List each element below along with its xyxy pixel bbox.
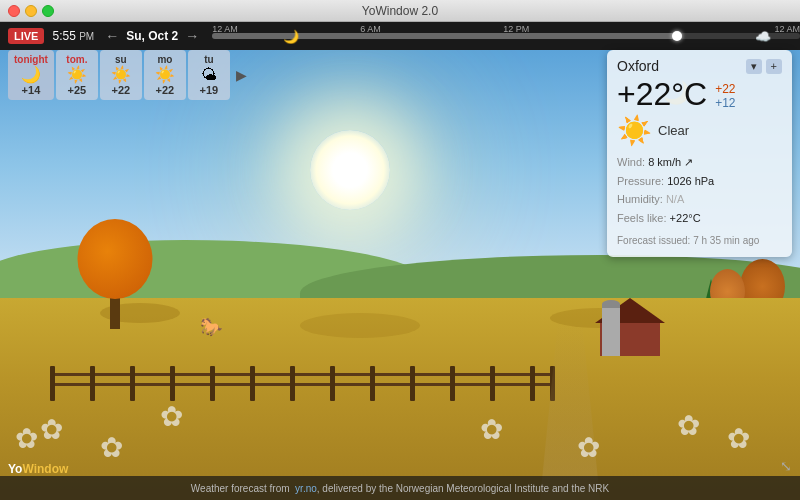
fence-post <box>490 366 495 401</box>
minimize-button[interactable] <box>25 5 37 17</box>
tree-canopy <box>78 219 153 299</box>
dandelion-plant: ✿ <box>727 422 750 455</box>
condition-sun-icon: ☀️ <box>617 114 652 147</box>
logo-yo: Yo <box>8 462 22 476</box>
forecast-day-tu[interactable]: tu 🌤 +19 <box>188 50 230 100</box>
panel-actions: ▾ + <box>746 59 782 74</box>
location-name: Oxford <box>617 58 659 74</box>
nav-back-button[interactable]: ← <box>102 28 122 44</box>
forecast-day-mo[interactable]: mo ☀️ +22 <box>144 50 186 100</box>
condition-row: ☀️ Clear <box>617 114 782 147</box>
barn-silo-top <box>602 300 620 308</box>
barn-silo <box>602 306 620 356</box>
forecast-icon-2: ☀️ <box>106 65 136 84</box>
traffic-lights <box>8 5 54 17</box>
ampm-label: PM <box>79 31 94 42</box>
feels-label: Feels like: <box>617 212 667 224</box>
tl-cloud-icon: ☁️ <box>755 29 771 44</box>
forecast-icon-1: ☀️ <box>62 65 92 84</box>
add-location-button[interactable]: + <box>766 59 782 74</box>
forecast-temp-3: +22 <box>150 84 180 96</box>
nav-fwd-button[interactable]: → <box>182 28 202 44</box>
nav-arrows: ← <box>102 28 122 44</box>
feels-value: +22°C <box>670 212 701 224</box>
wind-label: Wind: <box>617 156 645 168</box>
app-title: YoWindow 2.0 <box>362 4 438 18</box>
horse: 🐎 <box>200 316 222 338</box>
fence-post <box>330 366 335 401</box>
forecast-day-tonight[interactable]: tonight 🌙 +14 <box>8 50 54 100</box>
time-value: 5:55 <box>52 29 75 43</box>
panel-header: Oxford ▾ + <box>617 58 782 74</box>
fence-post <box>50 366 55 401</box>
dandelion-plant: ✿ <box>677 409 700 442</box>
dandelion-plant: ✿ <box>480 413 503 446</box>
nav-forward: → <box>182 28 202 44</box>
fence-rail-mid <box>50 383 550 386</box>
fence-post <box>130 366 135 401</box>
date-day: Su, <box>126 29 145 43</box>
timeline[interactable]: 12 AM 6 AM 12 PM 12 AM 🌙 ☁️ <box>212 22 800 50</box>
forecast-day-su[interactable]: su ☀️ +22 <box>100 50 142 100</box>
dandelion-plant: ✿ <box>15 422 38 455</box>
pressure-label: Pressure: <box>617 175 664 187</box>
humidity-value: N/A <box>666 193 684 205</box>
weather-panel: Oxford ▾ + +22°C +22 +12 ☀️ Clear Wind: … <box>607 50 792 257</box>
sun <box>310 130 390 210</box>
tree-trunk <box>110 294 120 329</box>
tl-moon-icon: 🌙 <box>283 29 299 44</box>
dandelion-plant: ✿ <box>160 400 183 433</box>
forecast-more-button[interactable]: ▶ <box>232 50 251 100</box>
pressure-row: Pressure: 1026 hPa <box>617 172 782 191</box>
forecast-temp-0: +14 <box>14 84 48 96</box>
timeline-track[interactable] <box>212 33 800 39</box>
live-button[interactable]: LIVE <box>8 28 44 44</box>
forecast-label-3: mo <box>150 54 180 65</box>
expand-icon[interactable]: ⤡ <box>780 458 792 474</box>
forecast-icon-0: 🌙 <box>14 65 48 84</box>
humidity-label: Humidity: <box>617 193 663 205</box>
forecast-label-4: tu <box>194 54 224 65</box>
forecast-day-tom[interactable]: tom. ☀️ +25 <box>56 50 98 100</box>
fence <box>50 361 550 401</box>
autumn-tree <box>75 219 155 329</box>
yowindow-logo: YoWindow <box>8 462 68 476</box>
forecast-icon-3: ☀️ <box>150 65 180 84</box>
attribution-text: Weather forecast from yr.no, delivered b… <box>191 483 609 494</box>
pressure-value: 1026 hPa <box>667 175 714 187</box>
fence-post <box>250 366 255 401</box>
dandelion-plant: ✿ <box>100 431 123 464</box>
attribution-link[interactable]: yr.no <box>295 483 317 494</box>
forecast-label-1: tom. <box>62 54 92 65</box>
fence-post <box>450 366 455 401</box>
forecast-label-0: tonight <box>14 54 48 65</box>
fence-post <box>210 366 215 401</box>
maximize-button[interactable] <box>42 5 54 17</box>
forecast-temp-2: +22 <box>106 84 136 96</box>
topbar: LIVE 5:55 PM ← Su, Oct 2 → 12 AM 6 AM 12… <box>0 22 800 50</box>
temp-range: +22 +12 <box>715 78 735 110</box>
titlebar: YoWindow 2.0 <box>0 0 800 22</box>
fence-rail-top <box>50 373 550 376</box>
forecast-issued-label: Forecast issued: <box>617 235 690 246</box>
humidity-row: Humidity: N/A <box>617 190 782 209</box>
temp-low: +12 <box>715 96 735 110</box>
forecast-temp-4: +19 <box>194 84 224 96</box>
fence-post <box>410 366 415 401</box>
dandelion-plant: ✿ <box>577 431 600 464</box>
close-button[interactable] <box>8 5 20 17</box>
forecast-label-2: su <box>106 54 136 65</box>
location-dropdown-button[interactable]: ▾ <box>746 59 762 74</box>
logo-window: Window <box>22 462 68 476</box>
fence-post <box>530 366 535 401</box>
time-display: 5:55 PM <box>52 29 94 43</box>
feels-row: Feels like: +22°C <box>617 209 782 228</box>
temp-row: +22°C +22 +12 <box>617 78 782 110</box>
forecast-strip: tonight 🌙 +14 tom. ☀️ +25 su ☀️ +22 mo ☀… <box>8 50 251 100</box>
main-temperature: +22°C <box>617 78 707 110</box>
timeline-thumb[interactable] <box>672 31 682 41</box>
fence-post <box>90 366 95 401</box>
forecast-temp-1: +25 <box>62 84 92 96</box>
forecast-issued-row: Forecast issued: 7 h 35 min ago <box>617 232 782 249</box>
fence-post <box>290 366 295 401</box>
